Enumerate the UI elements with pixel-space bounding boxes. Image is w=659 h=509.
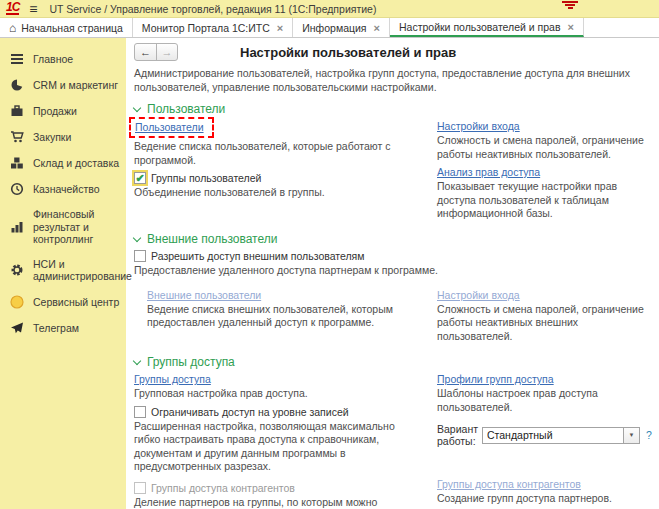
- tab-label: Настройки пользователей и прав: [399, 21, 561, 33]
- checkbox-unchecked: [134, 482, 146, 494]
- briefcase-icon: [10, 104, 24, 118]
- annotation-highlight-box: Пользователи: [129, 117, 214, 138]
- tab-user-settings[interactable]: Настройки пользователей и прав ×: [390, 18, 584, 37]
- home-icon: ⌂: [9, 23, 16, 33]
- page-title: Настройки пользователей и прав: [240, 45, 456, 60]
- back-button[interactable]: ←: [135, 44, 156, 60]
- work-variant-row: Вариант работы: ▼ ?: [437, 423, 652, 447]
- counterparty-access-groups-link[interactable]: Группы доступа контрагентов: [437, 478, 581, 490]
- pie-chart-icon: [10, 78, 24, 92]
- chevron-down-icon: [133, 104, 141, 112]
- section-header-users[interactable]: Пользователи: [134, 102, 650, 116]
- access-group-profiles-desc: Шаблоны настроек прав доступа пользовате…: [437, 387, 652, 414]
- external-users-desc: Ведение списка внешних пользователей, ко…: [147, 303, 421, 330]
- login-settings-link[interactable]: Настройки входа: [437, 120, 520, 132]
- support-funnel-icon[interactable]: [561, 0, 579, 9]
- history-nav: ← →: [134, 43, 178, 61]
- telegram-plane-icon: [10, 321, 24, 335]
- gear-icon: [10, 263, 24, 277]
- work-variant-label: Вариант работы:: [437, 423, 478, 447]
- tab-label: Монитор Портала 1С:ИТС: [142, 22, 270, 34]
- checkbox-checked: ✔: [134, 172, 146, 184]
- main-panel: ← → Настройки пользователей и прав Админ…: [126, 38, 659, 509]
- user-groups-checkbox[interactable]: ✔ Группы пользователей: [134, 172, 421, 184]
- tab-information[interactable]: Информация ×: [293, 18, 390, 37]
- counterparty-groups-desc: Деление партнеров на группы, по которым …: [134, 496, 421, 509]
- sidebar-item-treasury[interactable]: Казначейство: [0, 176, 126, 202]
- window-title: UT Service / Управление торговлей, редак…: [50, 3, 377, 15]
- external-login-settings-desc: Сложность и смена паролей, ограничение р…: [437, 303, 650, 343]
- access-group-profiles-link[interactable]: Профили групп доступа: [437, 373, 554, 385]
- section-header-access-groups[interactable]: Группы доступа: [134, 355, 650, 369]
- forward-button[interactable]: →: [156, 44, 177, 60]
- checkbox-unchecked: [134, 406, 146, 418]
- sidebar-item-crm[interactable]: CRM и маркетинг: [0, 72, 126, 98]
- login-settings-desc: Сложность и смена паролей, ограничение р…: [437, 134, 650, 161]
- rls-desc: Расширенная настройка, позволяющая макси…: [134, 420, 421, 474]
- warehouse-boxes-icon: [10, 156, 24, 170]
- access-groups-desc: Групповая настройка прав доступа.: [134, 387, 421, 400]
- user-groups-desc: Объединение пользователей в группы.: [134, 186, 421, 199]
- chevron-down-icon: [133, 234, 141, 242]
- service-circle-icon: [10, 295, 24, 309]
- title-bar: 1С ≡ UT Service / Управление торговлей, …: [0, 0, 659, 18]
- sidebar-item-service-center[interactable]: Сервисный центр: [0, 289, 126, 315]
- access-rights-analysis-link[interactable]: Анализ прав доступа: [437, 166, 540, 178]
- cart-icon: [10, 130, 24, 144]
- sidebar-item-purchases[interactable]: Закупки: [0, 124, 126, 150]
- 1c-logo-icon: 1С: [6, 2, 19, 15]
- tab-label: Начальная страница: [21, 22, 123, 34]
- users-link[interactable]: Пользователи: [135, 121, 204, 133]
- external-users-link[interactable]: Внешние пользователи: [147, 289, 261, 301]
- page-description: Администрирование пользователей, настрой…: [134, 67, 656, 94]
- tab-its-monitor[interactable]: Монитор Портала 1С:ИТС ×: [133, 18, 293, 37]
- main-menu-icon[interactable]: ≡: [29, 4, 37, 14]
- rls-checkbox[interactable]: Ограничивать доступ на уровне записей: [134, 406, 421, 418]
- tab-label: Информация: [302, 22, 366, 34]
- chevron-down-icon: [133, 356, 141, 364]
- dropdown-arrow-icon[interactable]: ▼: [624, 427, 640, 444]
- section-header-external-users[interactable]: Внешние пользователи: [134, 232, 650, 246]
- users-link-desc: Ведение списка пользователей, которые ра…: [134, 140, 421, 167]
- allow-external-access-checkbox[interactable]: Разрешить доступ внешним пользователям: [134, 250, 650, 262]
- work-variant-input[interactable]: [482, 427, 624, 444]
- help-link[interactable]: ?: [646, 429, 652, 441]
- external-login-settings-link[interactable]: Настройки входа: [437, 289, 520, 301]
- close-icon[interactable]: ×: [568, 21, 574, 33]
- counterparty-access-groups-desc: Создание групп доступа партнеров.: [437, 492, 650, 505]
- bar-chart-icon: [10, 220, 24, 234]
- allow-external-access-desc: Предоставление удаленного доступа партне…: [134, 264, 650, 277]
- content-area: Главное CRM и маркетинг Продажи Закупки …: [0, 38, 659, 509]
- sidebar-item-finance[interactable]: Финансовый результат и контроллинг: [0, 202, 126, 252]
- sidebar-item-admin[interactable]: НСИ и администрирование: [0, 252, 126, 289]
- close-icon[interactable]: ×: [277, 22, 283, 34]
- app-window: 1С ≡ UT Service / Управление торговлей, …: [0, 0, 659, 509]
- sidebar-item-telegram[interactable]: Телеграм: [0, 315, 126, 341]
- checkbox-unchecked: [134, 250, 146, 262]
- section-sidebar: Главное CRM и маркетинг Продажи Закупки …: [0, 38, 126, 509]
- treasury-clock-icon: [10, 182, 24, 196]
- checkmark-icon: ✔: [135, 173, 144, 183]
- access-groups-link[interactable]: Группы доступа: [134, 373, 211, 385]
- sidebar-item-warehouse[interactable]: Склад и доставка: [0, 150, 126, 176]
- access-rights-analysis-desc: Показывает текущие настройки прав доступ…: [437, 180, 650, 220]
- counterparty-groups-checkbox[interactable]: Группы доступа контрагентов: [134, 482, 421, 494]
- sidebar-item-main[interactable]: Главное: [0, 46, 126, 72]
- menu-lines-icon: [10, 52, 24, 66]
- sidebar-item-sales[interactable]: Продажи: [0, 98, 126, 124]
- tab-bar: ⌂ Начальная страница Монитор Портала 1С:…: [0, 18, 659, 38]
- close-icon[interactable]: ×: [374, 22, 380, 34]
- tab-home[interactable]: ⌂ Начальная страница: [0, 18, 133, 37]
